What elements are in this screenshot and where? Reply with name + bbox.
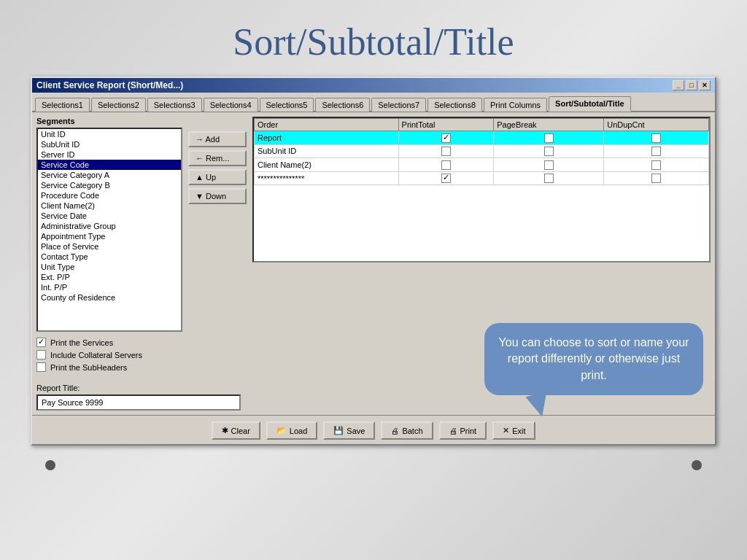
page-break-checkbox[interactable]: [544, 160, 554, 170]
print-button[interactable]: 🖨 Print: [439, 421, 487, 440]
remove-button[interactable]: ← Rem...: [188, 150, 247, 166]
list-item[interactable]: SubUnit ID: [38, 139, 181, 149]
page-break-checkbox[interactable]: [544, 147, 554, 156]
list-item[interactable]: Service Category B: [38, 180, 181, 190]
print-total-checkbox[interactable]: [441, 174, 451, 183]
undupcnt-checkbox[interactable]: [651, 147, 661, 156]
report-title-input[interactable]: [36, 394, 241, 411]
tab-selections8[interactable]: Selections8: [427, 98, 482, 112]
segments-panel: Segments Unit ID SubUnit ID Server ID Se…: [36, 117, 182, 332]
tab-print-columns[interactable]: Print Columns: [484, 98, 547, 112]
batch-button[interactable]: 🖨 Batch: [381, 421, 433, 440]
speech-bubble: You can choose to sort or name your repo…: [484, 323, 703, 395]
clear-button[interactable]: ✱ Clear: [212, 421, 260, 440]
list-item[interactable]: Service Date: [38, 211, 181, 221]
list-item-selected[interactable]: Service Code: [38, 160, 181, 170]
list-item[interactable]: Service Category A: [38, 170, 181, 180]
print-subheaders-checkbox[interactable]: [36, 362, 46, 372]
tab-selections1[interactable]: Selections1: [35, 98, 90, 112]
bottom-section: Print the Services Include Collateral Se…: [36, 338, 711, 411]
report-title-label: Report Title:: [36, 384, 241, 392]
list-item[interactable]: County of Residence: [38, 292, 181, 303]
row-order-cell: Report: [255, 131, 399, 145]
row-page-break-cell[interactable]: [494, 144, 604, 158]
undupcnt-checkbox[interactable]: [651, 133, 661, 143]
add-button[interactable]: → Add: [188, 131, 247, 147]
row-page-break-cell[interactable]: [494, 131, 604, 145]
undupcnt-checkbox[interactable]: [651, 174, 661, 183]
tab-selections6[interactable]: Selections6: [315, 98, 370, 112]
row-print-total-cell[interactable]: [398, 158, 494, 172]
row-print-total-cell[interactable]: [398, 171, 494, 185]
page-break-checkbox[interactable]: [544, 133, 554, 143]
maximize-button[interactable]: □: [686, 80, 697, 90]
segments-label: Segments: [36, 117, 182, 125]
tab-selections5[interactable]: Selections5: [260, 98, 314, 112]
print-services-checkbox[interactable]: [36, 338, 46, 347]
main-window: Client Service Report (Short/Med...) _ □…: [31, 77, 716, 446]
save-button[interactable]: 💾 Save: [323, 421, 375, 440]
tab-selections7[interactable]: Selections7: [371, 98, 426, 112]
include-collateral-label: Include Collateral Servers: [50, 351, 142, 359]
print-subheaders-row: Print the SubHeaders: [36, 362, 241, 372]
list-item[interactable]: Server ID: [38, 149, 181, 160]
print-services-label: Print the Services: [50, 338, 113, 347]
print-label: Print: [460, 427, 477, 435]
print-services-row: Print the Services: [36, 338, 241, 347]
row-undupcnt-cell[interactable]: [604, 158, 709, 172]
exit-icon: ✕: [503, 426, 509, 435]
order-table: Order PrintTotal PageBreak UnDupCnt Repo…: [252, 117, 711, 262]
save-icon: 💾: [333, 426, 344, 435]
list-item[interactable]: Place of Service: [38, 241, 181, 252]
exit-button[interactable]: ✕ Exit: [492, 421, 535, 440]
col-order: Order: [255, 119, 399, 131]
slide-title: Sort/Subtotal/Title: [233, 20, 514, 63]
report-title-section: Report Title:: [36, 384, 241, 411]
clear-icon: ✱: [222, 426, 228, 435]
tab-selections4[interactable]: Selections4: [204, 98, 258, 112]
up-button[interactable]: ▲ Up: [188, 169, 247, 185]
row-page-break-cell[interactable]: [494, 171, 604, 185]
load-button[interactable]: 📂 Load: [266, 421, 317, 440]
list-item[interactable]: Int. P/P: [38, 282, 181, 292]
footer-buttons: ✱ Clear 📂 Load 💾 Save 🖨 Batch 🖨 Print ✕ …: [32, 415, 715, 444]
title-bar: Client Service Report (Short/Med...) _ □…: [32, 78, 715, 93]
list-item[interactable]: Contact Type: [38, 252, 181, 262]
print-total-checkbox[interactable]: [441, 160, 451, 170]
list-item[interactable]: Unit ID: [38, 129, 181, 139]
include-collateral-checkbox[interactable]: [36, 350, 46, 359]
list-item[interactable]: Ext. P/P: [38, 272, 181, 282]
tabs-bar: Selections1 Selections2 Selections3 Sele…: [32, 93, 715, 112]
col-undupcnt: UnDupCnt: [604, 119, 709, 131]
list-item[interactable]: Unit Type: [38, 262, 181, 272]
print-total-checkbox[interactable]: [441, 133, 451, 143]
list-item[interactable]: Appointment Type: [38, 231, 181, 241]
list-item[interactable]: Client Name(2): [38, 201, 181, 211]
table-row: ***************: [255, 171, 709, 185]
bullet-right: [692, 460, 702, 470]
table-row: Report: [255, 131, 709, 145]
row-undupcnt-cell[interactable]: [604, 144, 709, 158]
load-icon: 📂: [276, 426, 287, 435]
tab-selections3[interactable]: Selections3: [147, 98, 202, 112]
undupcnt-checkbox[interactable]: [651, 160, 661, 170]
print-total-checkbox[interactable]: [441, 147, 451, 156]
minimize-button[interactable]: _: [673, 80, 684, 90]
row-print-total-cell[interactable]: [398, 144, 494, 158]
speech-bubble-text: You can choose to sort or name your repo…: [499, 336, 689, 381]
row-undupcnt-cell[interactable]: [604, 171, 709, 185]
down-button[interactable]: ▼ Down: [188, 188, 247, 204]
row-page-break-cell[interactable]: [494, 158, 604, 172]
row-undupcnt-cell[interactable]: [604, 131, 709, 145]
page-break-checkbox[interactable]: [544, 174, 554, 183]
list-item[interactable]: Administrative Group: [38, 221, 181, 231]
load-label: Load: [290, 427, 307, 435]
segments-list[interactable]: Unit ID SubUnit ID Server ID Service Cod…: [36, 128, 182, 332]
close-button[interactable]: ✕: [699, 80, 711, 90]
row-print-total-cell[interactable]: [398, 131, 494, 145]
col-print-total: PrintTotal: [398, 119, 494, 131]
batch-label: Batch: [402, 427, 422, 435]
tab-sort-subtotal-title[interactable]: Sort/Subtotal/Title: [549, 96, 631, 112]
list-item[interactable]: Procedure Code: [38, 190, 181, 201]
tab-selections2[interactable]: Selections2: [91, 98, 146, 112]
